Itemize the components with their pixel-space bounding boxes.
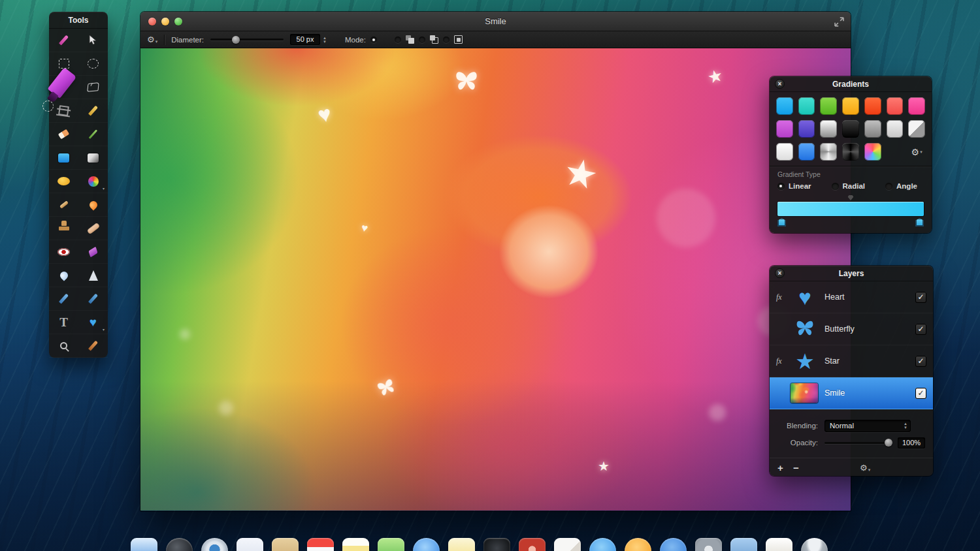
gradient-swatch-orange-red[interactable]: [864, 97, 881, 115]
tool-paint-pen[interactable]: [49, 29, 78, 52]
close-icon[interactable]: ×: [775, 79, 785, 89]
zoom-button[interactable]: [174, 18, 182, 25]
diameter-slider-knob[interactable]: [232, 36, 240, 44]
tool-type[interactable]: T: [49, 311, 78, 334]
visibility-checkbox[interactable]: ✓: [915, 324, 926, 335]
dock-icon-trash[interactable]: [801, 538, 828, 551]
gradient-swatch-white[interactable]: [776, 143, 793, 161]
gradient-swatch-violet[interactable]: [798, 120, 815, 138]
diameter-slider[interactable]: [210, 39, 284, 40]
visibility-checkbox[interactable]: ✓: [915, 388, 926, 399]
dock-icon-calendar[interactable]: [307, 538, 334, 551]
remove-layer-button[interactable]: −: [793, 462, 809, 473]
dock-icon-mail[interactable]: [237, 538, 263, 551]
gradient-type-linear[interactable]: Linear: [777, 182, 811, 190]
blending-select[interactable]: Normal ▲▼: [825, 420, 911, 432]
dock-icon-launchpad[interactable]: [166, 538, 193, 551]
mode-subtract-radio[interactable]: [419, 37, 425, 43]
gradient-swatch-silver[interactable]: [820, 120, 837, 138]
gradient-type-angle[interactable]: Angle: [885, 182, 917, 190]
mode-add-radio[interactable]: [395, 37, 401, 43]
diameter-value[interactable]: 50 px: [290, 34, 320, 45]
layer-row-smile-selected[interactable]: Smile ✓: [770, 377, 933, 409]
gradient-swatch-two-tone-gray[interactable]: [908, 120, 925, 138]
tool-blur[interactable]: [49, 264, 78, 287]
gradient-swatch-blue[interactable]: [798, 143, 815, 161]
visibility-checkbox[interactable]: ✓: [915, 292, 926, 303]
fullscreen-icon[interactable]: [834, 17, 844, 27]
tool-healing[interactable]: [78, 217, 108, 240]
gradient-swatch-purple[interactable]: [776, 120, 793, 138]
gradient-swatch-silver-conic[interactable]: [820, 143, 837, 161]
gradient-swatch-green[interactable]: [820, 97, 837, 115]
dock-icon-photo-booth[interactable]: [519, 538, 546, 551]
tool-eraser[interactable]: [49, 123, 78, 146]
opacity-value[interactable]: 100%: [898, 437, 925, 449]
close-button[interactable]: [148, 18, 156, 25]
tool-pencil[interactable]: [78, 123, 108, 146]
gradient-swatch-cyan-blue[interactable]: [776, 97, 793, 115]
title-bar[interactable]: Smile: [140, 12, 851, 31]
dock-icon-facetime[interactable]: [589, 538, 616, 551]
dock-icon-stickies[interactable]: [448, 538, 475, 551]
tool-pen[interactable]: [78, 99, 108, 123]
tool-red-eye[interactable]: [49, 240, 78, 264]
dock-icon-contacts[interactable]: [272, 538, 299, 551]
tool-crop[interactable]: [49, 99, 78, 123]
gradient-type-radial[interactable]: Radial: [832, 182, 866, 190]
dock-icon-app-blue[interactable]: [413, 538, 440, 551]
dock-icon-system-preferences[interactable]: [695, 538, 722, 551]
dock-icon-safari[interactable]: [201, 538, 228, 551]
layer-row-star[interactable]: fx ★ Star ✓: [770, 345, 933, 377]
dock-icon-notes[interactable]: [342, 538, 369, 551]
gradient-midpoint-handle[interactable]: [848, 195, 854, 200]
dock-icon-messages[interactable]: [378, 538, 404, 551]
gradients-settings-button[interactable]: ⚙▾: [908, 143, 925, 161]
tool-eraser-2[interactable]: [78, 240, 108, 264]
tool-move[interactable]: [78, 29, 108, 52]
tool-dodge[interactable]: [49, 170, 78, 193]
dock-icon-photos[interactable]: [554, 538, 581, 551]
tool-smudge[interactable]: [49, 193, 78, 217]
tool-sharpen[interactable]: [78, 264, 108, 287]
tool-rectangular-marquee[interactable]: [49, 52, 78, 76]
tool-gradient[interactable]: [78, 146, 108, 170]
gradient-stop-right[interactable]: [915, 218, 924, 227]
gradient-stop-left[interactable]: [777, 218, 786, 227]
close-icon[interactable]: ×: [775, 268, 785, 278]
minimize-button[interactable]: [161, 18, 169, 25]
layer-row-butterfly[interactable]: Butterfly ✓: [770, 313, 933, 345]
gradient-swatch-teal[interactable]: [798, 97, 815, 115]
tool-pencil-2[interactable]: [49, 287, 78, 311]
tool-burn[interactable]: [78, 193, 108, 217]
tool-color-swatch[interactable]: [49, 146, 78, 170]
gradient-swatch-rainbow[interactable]: [864, 143, 881, 161]
gradient-swatch-red[interactable]: [887, 97, 904, 115]
layer-row-heart[interactable]: fx ♥ Heart ✓: [770, 281, 933, 313]
tool-shape[interactable]: ♥▾: [78, 311, 108, 334]
dock-icon-finder[interactable]: [131, 538, 157, 551]
dock-icon-app-orange[interactable]: [625, 538, 651, 551]
tool-pen-2[interactable]: [78, 287, 108, 311]
mode-intersect-radio[interactable]: [443, 37, 449, 43]
opacity-slider[interactable]: [825, 442, 891, 444]
gradient-preview-bar[interactable]: [777, 202, 924, 216]
opacity-slider-knob[interactable]: [885, 439, 892, 447]
gradient-swatch-pink[interactable]: [908, 97, 925, 115]
tool-eyedropper[interactable]: [78, 334, 108, 358]
dock-icon-app-dark[interactable]: [483, 538, 510, 551]
gradient-swatch-dark-conic[interactable]: [842, 143, 859, 161]
layers-settings-button[interactable]: ⚙▾: [860, 463, 870, 473]
gradient-swatch-black[interactable]: [842, 120, 859, 138]
tool-elliptical-marquee[interactable]: [78, 52, 108, 76]
tool-paintbrush[interactable]: ▾: [78, 170, 108, 193]
gradient-swatch-light-gray[interactable]: [887, 120, 904, 138]
tool-marker-selected[interactable]: [49, 76, 78, 99]
visibility-checkbox[interactable]: ✓: [915, 356, 926, 367]
mode-replace-radio[interactable]: [370, 37, 377, 43]
add-layer-button[interactable]: +: [777, 462, 793, 473]
tool-polygonal-lasso[interactable]: [78, 76, 108, 99]
gradient-swatch-yellow[interactable]: [842, 97, 859, 115]
dock-icon-folder[interactable]: [730, 538, 757, 551]
diameter-stepper[interactable]: ▲▼: [323, 36, 327, 44]
